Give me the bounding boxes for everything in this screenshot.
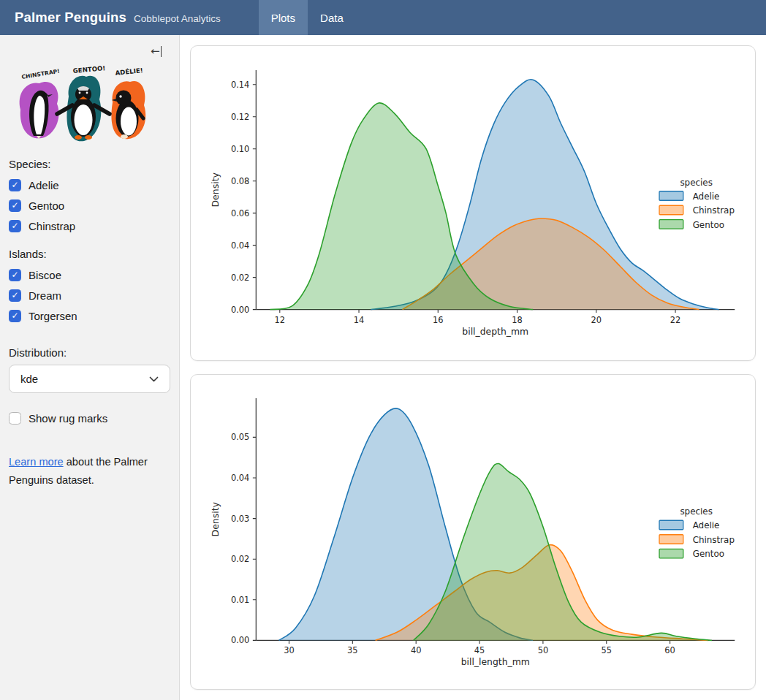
svg-text:18: 18 [512, 315, 523, 325]
bill-depth-density-plot: 1214161820220.000.020.040.060.080.100.12… [191, 46, 755, 360]
distribution-select[interactable]: kde [9, 365, 170, 393]
svg-text:0.04: 0.04 [231, 240, 249, 251]
island-checkbox-biscoe[interactable]: Biscoe [9, 265, 170, 285]
svg-text:22: 22 [670, 315, 681, 325]
species-checkbox-adelie[interactable]: Adelie [9, 175, 170, 195]
svg-text:0.14: 0.14 [231, 80, 249, 90]
svg-text:0.05: 0.05 [231, 432, 249, 442]
svg-text:0.04: 0.04 [231, 472, 249, 482]
svg-text:0.06: 0.06 [231, 208, 249, 218]
penguins-illustration: CHINSTRAP! GENTOO! ADÉLIE! [10, 64, 170, 148]
svg-text:0.00: 0.00 [231, 305, 249, 315]
navbar-brand: Palmer Penguins Cobblepot Analytics [0, 0, 221, 35]
svg-text:16: 16 [433, 315, 444, 325]
svg-text:Adelie: Adelie [693, 520, 720, 530]
svg-text:20: 20 [591, 315, 602, 325]
checkbox-icon[interactable] [9, 289, 21, 302]
svg-text:Gentoo: Gentoo [693, 220, 724, 230]
app-subtitle: Cobblepot Analytics [134, 11, 221, 24]
svg-text:0.02: 0.02 [231, 273, 249, 283]
distribution-label: Distribution: [9, 346, 170, 359]
sidebar: ← [0, 35, 180, 700]
navbar: Palmer Penguins Cobblepot Analytics Plot… [0, 0, 766, 35]
island-checkbox-dream[interactable]: Dream [9, 285, 170, 305]
main-content: 1214161820220.000.020.040.060.080.100.12… [180, 35, 766, 700]
adelie-label: ADÉLIE! [115, 66, 143, 77]
bill-length-card: 303540455055600.000.010.020.030.040.05bi… [190, 374, 756, 691]
svg-text:bill_length_mm: bill_length_mm [461, 656, 530, 667]
svg-text:50: 50 [538, 645, 549, 655]
gentoo-label: GENTOO! [72, 64, 105, 75]
collapse-sidebar-icon: ← [151, 46, 160, 57]
dataset-description: Learn more about the Palmer Penguins dat… [9, 453, 166, 490]
svg-text:Density: Density [210, 172, 221, 207]
svg-text:60: 60 [664, 645, 675, 655]
density-plot-svg: 1214161820220.000.020.040.060.080.100.12… [191, 46, 755, 360]
svg-text:Density: Density [210, 501, 221, 536]
density-plot-svg: 303540455055600.000.010.020.030.040.05bi… [191, 375, 755, 690]
nav-tabs: Plots Data [259, 0, 356, 35]
tab-data[interactable]: Data [308, 0, 356, 35]
svg-text:0.12: 0.12 [231, 112, 249, 122]
svg-text:Adelie: Adelie [693, 191, 720, 202]
svg-text:35: 35 [347, 645, 358, 655]
svg-text:Gentoo: Gentoo [693, 549, 724, 559]
svg-text:species: species [680, 178, 712, 188]
bill-length-density-plot: 303540455055600.000.010.020.030.040.05bi… [191, 375, 755, 690]
svg-text:bill_depth_mm: bill_depth_mm [462, 326, 528, 337]
species-checkbox-gentoo[interactable]: Gentoo [9, 195, 170, 216]
svg-text:species: species [680, 506, 712, 517]
checkbox-icon[interactable] [9, 412, 21, 425]
chevron-down-icon [149, 376, 159, 382]
tab-plots[interactable]: Plots [259, 0, 308, 35]
svg-text:12: 12 [275, 315, 286, 325]
checkbox-icon[interactable] [9, 269, 21, 281]
bill-depth-card: 1214161820220.000.020.040.060.080.100.12… [190, 45, 756, 361]
checkbox-icon[interactable] [9, 310, 21, 322]
svg-text:0.03: 0.03 [231, 513, 249, 523]
svg-text:0.00: 0.00 [231, 635, 249, 645]
svg-text:55: 55 [602, 645, 613, 655]
svg-text:14: 14 [354, 315, 365, 325]
svg-text:0.08: 0.08 [231, 176, 249, 186]
svg-text:40: 40 [411, 645, 422, 655]
checkbox-icon[interactable] [9, 220, 21, 232]
svg-text:0.02: 0.02 [231, 554, 249, 564]
island-checkbox-torgersen[interactable]: Torgersen [9, 305, 170, 326]
checkbox-icon[interactable] [9, 199, 21, 212]
islands-group-label: Islands: [9, 248, 170, 260]
species-group-label: Species: [9, 158, 170, 170]
distribution-selected-value: kde [20, 373, 38, 385]
svg-text:45: 45 [474, 645, 485, 655]
show-rug-marks-checkbox[interactable]: Show rug marks [9, 408, 170, 428]
checkbox-icon[interactable] [9, 179, 21, 191]
svg-text:0.10: 0.10 [231, 144, 249, 154]
collapse-sidebar-button[interactable]: ← [149, 45, 163, 58]
learn-more-link[interactable]: Learn more [9, 456, 64, 468]
svg-text:Chinstrap: Chinstrap [693, 205, 735, 216]
svg-text:Chinstrap: Chinstrap [693, 534, 735, 544]
species-checkbox-chinstrap[interactable]: Chinstrap [9, 216, 170, 236]
app-title: Palmer Penguins [15, 9, 126, 26]
svg-text:30: 30 [284, 645, 295, 655]
chinstrap-label: CHINSTRAP! [21, 68, 60, 80]
svg-text:0.01: 0.01 [231, 594, 249, 604]
